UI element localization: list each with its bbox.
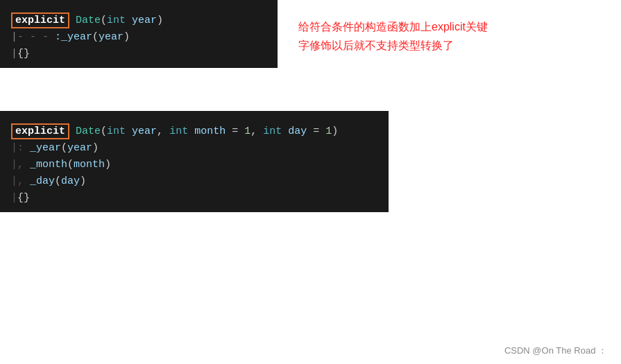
annotation-line2: 字修饰以后就不支持类型转换了 (298, 40, 454, 51)
code-line-1: explicit Date(int year) (11, 12, 266, 29)
explicit-keyword-2: explicit (11, 123, 69, 139)
code-line-2: |- - - :_year(year) (11, 29, 266, 46)
code-line-3: |{} (11, 46, 266, 62)
code-line-2-3: |, _month(month) (11, 157, 377, 173)
code-block-2: explicit Date(int year, int month = 1, i… (0, 118, 389, 212)
footer-text: CSDN @On The Road ： (504, 345, 607, 356)
code-block-1: explicit Date(int year) |- - - :_year(ye… (0, 7, 278, 68)
code-line-2-4: |, _day(day) (11, 173, 377, 190)
annotation: 给符合条件的构造函数加上explicit关键 字修饰以后就不支持类型转换了 (298, 17, 488, 55)
page-container: … explicit Date(int year) |- - - :_year(… (0, 0, 621, 364)
code-line-2-5: |{} (11, 190, 377, 207)
code-line-2-1: explicit Date(int year, int month = 1, i… (11, 123, 377, 140)
code-line-2-2: |: _year(year) (11, 140, 377, 157)
annotation-line1: 给符合条件的构造函数加上explicit关键 (298, 21, 488, 33)
footer: CSDN @On The Road ： (504, 345, 607, 357)
explicit-keyword-1: explicit (11, 12, 69, 28)
